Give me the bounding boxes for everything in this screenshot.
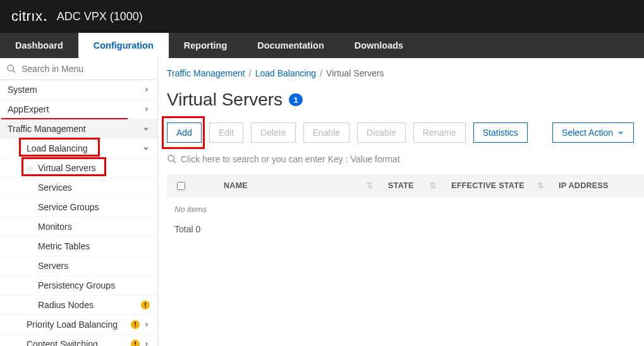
enable-button: Enable: [303, 122, 350, 143]
sidebar-item-appexpert[interactable]: AppExpert: [0, 100, 157, 119]
statistics-button[interactable]: Statistics: [473, 122, 528, 143]
warning-icon: !: [131, 320, 140, 329]
no-items-message: No items: [169, 202, 641, 217]
table-body: No items Total 0: [167, 197, 644, 247]
sidebar-item-label: Servers: [38, 261, 68, 271]
sidebar-item-load-balancing[interactable]: Load Balancing: [0, 139, 157, 158]
breadcrumb-separator: /: [320, 68, 322, 78]
svg-line-1: [13, 70, 15, 73]
total-row: Total 0: [169, 217, 641, 242]
column-state[interactable]: STATE⇅: [380, 181, 444, 190]
main-content: Traffic Management / Load Balancing / Vi…: [158, 58, 644, 346]
svg-point-2: [168, 155, 174, 161]
sidebar-search-input[interactable]: [20, 63, 151, 75]
total-count: 0: [195, 224, 200, 234]
sidebar-item-label: Traffic Management: [8, 124, 86, 134]
sidebar-item-label: Metric Tables: [38, 241, 90, 251]
sidebar-item-system[interactable]: System: [0, 80, 157, 100]
sidebar-item-content-switching[interactable]: Content Switching !: [0, 335, 157, 346]
sidebar-item-label: Services: [38, 182, 72, 193]
chevron-down-icon: [142, 145, 150, 152]
breadcrumb-current: Virtual Servers: [326, 68, 384, 78]
sidebar-item-traffic-management[interactable]: Traffic Management: [0, 119, 157, 139]
sidebar-item-label: Content Switching: [27, 339, 98, 346]
tab-configuration[interactable]: Configuration: [78, 33, 169, 58]
sidebar-item-radius-nodes[interactable]: Radius Nodes !: [0, 295, 157, 315]
product-title: ADC VPX (1000): [57, 10, 143, 23]
sidebar-item-monitors[interactable]: Monitors: [0, 217, 157, 237]
column-label: STATE: [388, 181, 414, 190]
table-search-placeholder: Click here to search or you can enter Ke…: [181, 154, 400, 164]
svg-point-0: [8, 65, 13, 71]
breadcrumb-load-balancing[interactable]: Load Balancing: [255, 68, 317, 78]
add-button[interactable]: Add: [167, 122, 202, 143]
column-label: NAME: [224, 181, 248, 190]
sidebar-item-label: Priority Load Balancing: [27, 319, 118, 330]
count-badge: 1: [289, 93, 303, 106]
select-all-checkbox[interactable]: [177, 182, 185, 190]
sidebar-item-label: Load Balancing: [27, 143, 88, 153]
chevron-right-icon: [143, 341, 150, 346]
chevron-right-icon: [143, 321, 150, 328]
column-label: IP ADDRESS: [559, 181, 609, 190]
delete-button: Delete: [251, 122, 295, 143]
sidebar-item-label: Virtual Servers: [38, 163, 96, 173]
column-ip-address[interactable]: IP ADDRESS: [551, 181, 644, 190]
select-action-dropdown[interactable]: Select Action: [552, 122, 634, 143]
sidebar-item-metric-tables[interactable]: Metric Tables: [0, 237, 157, 256]
select-action-label: Select Action: [562, 128, 613, 138]
sidebar-item-label: Persistency Groups: [38, 280, 115, 290]
main-nav: Dashboard Configuration Reporting Docume…: [0, 33, 644, 58]
table-header: NAME⇅ STATE⇅ EFFECTIVE STATE⇅ IP ADDRESS: [167, 174, 644, 197]
breadcrumb: Traffic Management / Load Balancing / Vi…: [167, 68, 644, 78]
search-icon: [167, 154, 177, 164]
chevron-right-icon: [143, 86, 150, 93]
sidebar-item-persistency-groups[interactable]: Persistency Groups: [0, 276, 157, 295]
sort-icon: ⇅: [367, 181, 373, 190]
svg-line-3: [173, 160, 176, 163]
column-effective-state[interactable]: EFFECTIVE STATE⇅: [444, 181, 551, 190]
sidebar-item-virtual-servers[interactable]: Virtual Servers: [0, 158, 157, 178]
sort-icon: ⇅: [430, 181, 436, 190]
column-checkbox[interactable]: [167, 180, 192, 192]
sidebar-item-service-groups[interactable]: Service Groups: [0, 198, 157, 217]
search-icon: [6, 64, 16, 74]
chevron-down-icon: [142, 125, 150, 133]
page-title: Virtual Servers 1: [167, 90, 644, 110]
edit-button: Edit: [209, 122, 243, 143]
sidebar-item-services[interactable]: Services: [0, 178, 157, 198]
tab-reporting[interactable]: Reporting: [169, 33, 242, 58]
sidebar-search[interactable]: [0, 58, 157, 80]
toolbar: Add Edit Delete Enable Disable Rename St…: [167, 122, 644, 143]
citrix-logo: citrıx.: [11, 8, 48, 25]
sidebar-item-label: AppExpert: [8, 104, 49, 114]
total-label: Total: [174, 224, 193, 234]
tab-dashboard[interactable]: Dashboard: [0, 33, 78, 58]
rename-button: Rename: [413, 122, 466, 143]
column-label: EFFECTIVE STATE: [451, 181, 525, 190]
sidebar-item-label: System: [8, 85, 37, 95]
warning-icon: !: [141, 301, 150, 309]
tab-documentation[interactable]: Documentation: [242, 33, 339, 58]
sidebar: System AppExpert Traffic Management Load…: [0, 58, 158, 346]
column-name[interactable]: NAME⇅: [216, 181, 380, 190]
sidebar-item-priority-load-balancing[interactable]: Priority Load Balancing !: [0, 315, 157, 335]
tab-downloads[interactable]: Downloads: [339, 33, 418, 58]
table-search[interactable]: Click here to search or you can enter Ke…: [167, 152, 644, 167]
sidebar-item-label: Monitors: [38, 222, 72, 232]
sidebar-item-label: Radius Nodes: [38, 300, 94, 310]
chevron-right-icon: [143, 106, 150, 112]
breadcrumb-separator: /: [249, 68, 252, 78]
sidebar-item-servers[interactable]: Servers: [0, 256, 157, 276]
top-bar: citrıx. ADC VPX (1000): [0, 0, 644, 33]
page-title-text: Virtual Servers: [167, 90, 283, 110]
chevron-down-icon: [617, 129, 624, 136]
sidebar-item-label: Service Groups: [38, 202, 99, 212]
sort-icon: ⇅: [537, 181, 544, 190]
warning-icon: !: [131, 340, 140, 346]
breadcrumb-traffic-management[interactable]: Traffic Management: [167, 68, 245, 78]
disable-button: Disable: [357, 122, 406, 143]
